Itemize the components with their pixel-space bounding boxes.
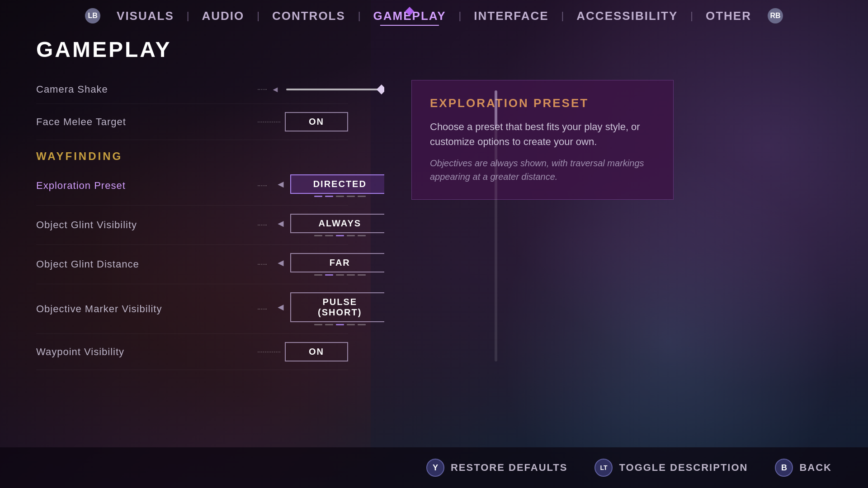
y-badge: Y bbox=[426, 459, 444, 477]
scroll-thumb[interactable] bbox=[495, 90, 497, 127]
dot-1 bbox=[314, 274, 322, 276]
nav-other[interactable]: OTHER bbox=[693, 9, 764, 23]
lb-badge[interactable]: LB bbox=[85, 8, 100, 23]
glint-distance-prev[interactable]: ◄ bbox=[271, 254, 290, 272]
nav-gameplay[interactable]: GAMEPLAY bbox=[361, 9, 459, 23]
dot-1 bbox=[314, 196, 322, 197]
exploration-preset-indicator bbox=[314, 196, 366, 197]
dot-3 bbox=[336, 274, 344, 276]
waypoint-visibility-toggle[interactable]: ON bbox=[285, 342, 348, 361]
objective-marker-selector: ◄ PULSE (SHORT) ► bbox=[271, 292, 384, 322]
objective-marker-value[interactable]: PULSE (SHORT) bbox=[290, 292, 384, 322]
dot-4 bbox=[347, 324, 355, 325]
camera-shake-label: Camera Shake bbox=[36, 84, 253, 95]
back-label[interactable]: BACK bbox=[799, 462, 832, 474]
slider-left-arrow[interactable]: ◄ bbox=[271, 85, 279, 94]
toggle-description-label[interactable]: TOGGLE DESCRIPTION bbox=[619, 462, 748, 474]
exploration-preset-dots bbox=[258, 185, 267, 186]
object-glint-distance-label: Object Glint Distance bbox=[36, 258, 253, 270]
camera-shake-dots bbox=[258, 89, 267, 90]
settings-panel: Camera Shake ◄ 100% Face Melee Target ON bbox=[0, 71, 384, 473]
face-melee-row: Face Melee Target ON bbox=[36, 104, 348, 140]
dot-5 bbox=[358, 324, 366, 325]
face-melee-dots bbox=[258, 122, 280, 122]
wayfinding-section-header: WAYFINDING bbox=[36, 140, 348, 166]
nav-audio[interactable]: AUDIO bbox=[189, 9, 257, 23]
top-navigation: LB VISUALS | AUDIO | CONTROLS | GAMEPLAY… bbox=[0, 0, 868, 28]
info-note: Objectives are always shown, with traver… bbox=[430, 156, 655, 183]
waypoint-visibility-dots bbox=[258, 352, 280, 352]
object-glint-distance-value[interactable]: FAR bbox=[290, 253, 384, 272]
rb-badge[interactable]: RB bbox=[768, 8, 783, 23]
nav-accessibility[interactable]: ACCESSIBILITY bbox=[564, 9, 690, 23]
info-title: EXPLORATION PRESET bbox=[430, 96, 655, 110]
main-content: LB VISUALS | AUDIO | CONTROLS | GAMEPLAY… bbox=[0, 0, 868, 488]
dot-4 bbox=[347, 235, 355, 236]
dot-1 bbox=[314, 324, 322, 325]
objective-marker-dots bbox=[258, 309, 267, 310]
info-description: Choose a preset that best fits your play… bbox=[430, 119, 655, 149]
dot-5 bbox=[358, 274, 366, 276]
lt-badge: LT bbox=[594, 459, 613, 477]
object-glint-distance-dots bbox=[258, 264, 267, 265]
object-glint-visibility-dots bbox=[258, 225, 267, 225]
restore-defaults-label[interactable]: RESTORE DEFAULTS bbox=[451, 462, 568, 474]
nav-visuals[interactable]: VISUALS bbox=[104, 9, 187, 23]
face-melee-label: Face Melee Target bbox=[36, 116, 253, 128]
active-indicator bbox=[406, 8, 413, 14]
exploration-preset-value[interactable]: DIRECTED bbox=[290, 174, 384, 194]
dot-2 bbox=[325, 235, 333, 236]
objective-marker-indicator bbox=[314, 324, 366, 325]
back-action: B BACK bbox=[775, 459, 832, 477]
page-title: GAMEPLAY bbox=[0, 28, 868, 66]
object-glint-visibility-selector-wrapper: ◄ ALWAYS ► bbox=[271, 214, 384, 236]
object-glint-visibility-value[interactable]: ALWAYS bbox=[290, 214, 384, 233]
dot-5 bbox=[358, 235, 366, 236]
dot-2 bbox=[325, 274, 333, 276]
toggle-description-action: LT TOGGLE DESCRIPTION bbox=[594, 459, 748, 477]
restore-defaults-action: Y RESTORE DEFAULTS bbox=[426, 459, 568, 477]
exploration-preset-selector: ◄ DIRECTED ► bbox=[271, 174, 384, 194]
info-panel: EXPLORATION PRESET Choose a preset that … bbox=[384, 71, 868, 473]
object-glint-distance-selector: ◄ FAR ► bbox=[271, 253, 384, 272]
dot-5 bbox=[358, 196, 366, 197]
object-glint-visibility-selector: ◄ ALWAYS ► bbox=[271, 214, 384, 233]
slider-thumb[interactable] bbox=[377, 84, 384, 94]
object-glint-distance-row: Object Glint Distance ◄ FAR ► bbox=[36, 245, 348, 284]
dot-2 bbox=[325, 324, 333, 325]
nav-interface[interactable]: INTERFACE bbox=[461, 9, 561, 23]
dot-4 bbox=[347, 196, 355, 197]
glint-visibility-prev[interactable]: ◄ bbox=[271, 215, 290, 232]
object-glint-visibility-indicator bbox=[314, 235, 366, 236]
diamond-icon bbox=[405, 7, 414, 16]
exploration-preset-selector-wrapper: ◄ DIRECTED ► bbox=[271, 174, 384, 197]
scroll-indicator bbox=[495, 90, 497, 361]
waypoint-visibility-row: Waypoint Visibility ON bbox=[36, 334, 348, 370]
exploration-preset-label: Exploration Preset bbox=[36, 180, 253, 192]
dot-1 bbox=[314, 235, 322, 236]
waypoint-visibility-label: Waypoint Visibility bbox=[36, 346, 253, 358]
objective-marker-selector-wrapper: ◄ PULSE (SHORT) ► bbox=[271, 292, 384, 325]
content-area: Camera Shake ◄ 100% Face Melee Target ON bbox=[0, 66, 868, 473]
nav-controls[interactable]: CONTROLS bbox=[259, 9, 358, 23]
bottom-bar: Y RESTORE DEFAULTS LT TOGGLE DESCRIPTION… bbox=[0, 447, 868, 488]
exploration-prev-arrow[interactable]: ◄ bbox=[271, 176, 290, 193]
object-glint-visibility-row: Object Glint Visibility ◄ ALWAYS ► bbox=[36, 206, 348, 245]
camera-shake-row: Camera Shake ◄ 100% bbox=[36, 75, 348, 104]
dot-3 bbox=[336, 235, 344, 236]
objective-marker-label: Objective Marker Visibility bbox=[36, 303, 253, 315]
dot-4 bbox=[347, 274, 355, 276]
slider-fill bbox=[286, 89, 381, 90]
exploration-preset-row: Exploration Preset ◄ DIRECTED ► bbox=[36, 166, 348, 206]
b-badge: B bbox=[775, 459, 793, 477]
info-box: EXPLORATION PRESET Choose a preset that … bbox=[411, 80, 674, 200]
slider-track bbox=[286, 89, 384, 90]
obj-marker-prev[interactable]: ◄ bbox=[271, 299, 290, 316]
object-glint-visibility-label: Object Glint Visibility bbox=[36, 219, 253, 231]
face-melee-toggle[interactable]: ON bbox=[285, 112, 348, 131]
dot-2 bbox=[325, 196, 333, 197]
camera-shake-slider[interactable]: ◄ 100% bbox=[271, 84, 384, 95]
objective-marker-row: Objective Marker Visibility ◄ PULSE (SHO… bbox=[36, 284, 348, 334]
dot-3 bbox=[336, 324, 344, 325]
dot-3 bbox=[336, 196, 344, 197]
